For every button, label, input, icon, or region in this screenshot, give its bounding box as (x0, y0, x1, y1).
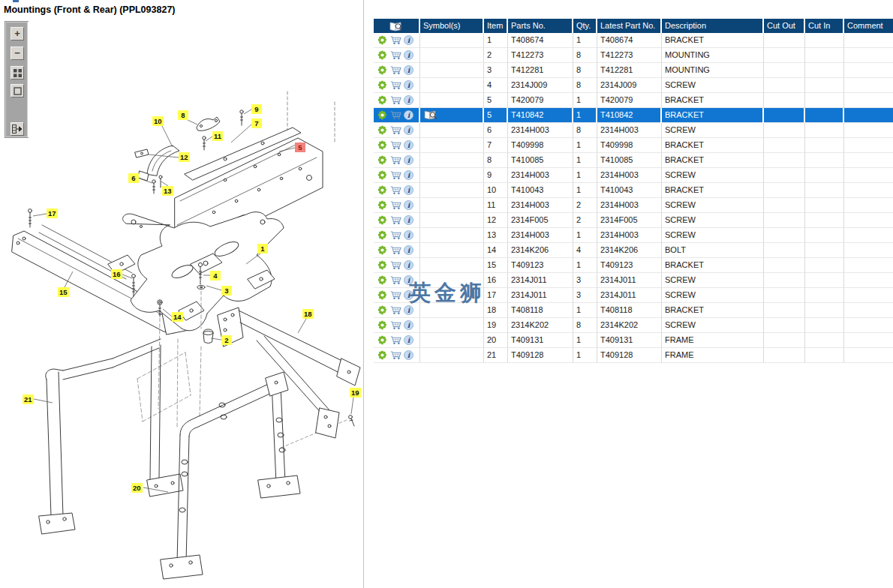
info-icon[interactable]: i (404, 215, 413, 225)
shopping-cart-icon[interactable] (390, 140, 401, 151)
info-icon[interactable]: i (404, 260, 413, 270)
add-to-list-gear-icon[interactable] (377, 110, 388, 121)
shopping-cart-icon[interactable] (390, 230, 401, 241)
add-to-list-gear-icon[interactable] (377, 35, 388, 46)
diagram-callout[interactable]: 19 (350, 388, 361, 398)
table-row[interactable]: i 16 2314J011 3 2314J011 SCREW (374, 273, 893, 288)
info-icon[interactable]: i (404, 110, 413, 120)
add-to-list-gear-icon[interactable] (377, 200, 388, 211)
diagram-callout[interactable]: 2 (221, 335, 232, 345)
diagram-callout[interactable]: 12 (179, 152, 190, 162)
shopping-cart-icon[interactable] (390, 305, 401, 316)
book-magnifier-icon[interactable] (389, 21, 404, 32)
add-to-list-gear-icon[interactable] (377, 290, 388, 301)
info-icon[interactable]: i (404, 155, 413, 165)
symbol-book-icon[interactable] (423, 110, 438, 121)
table-row[interactable]: i 12 2314F005 2 2314F005 SCREW (374, 213, 893, 228)
add-to-list-gear-icon[interactable] (377, 65, 388, 76)
add-to-list-gear-icon[interactable] (377, 260, 388, 271)
table-row[interactable]: i 17 2314J011 3 2314J011 SCREW (374, 288, 893, 303)
add-to-list-gear-icon[interactable] (377, 50, 388, 61)
diagram-callout[interactable]: 21 (23, 394, 34, 404)
add-to-list-gear-icon[interactable] (377, 350, 388, 361)
info-icon[interactable]: i (404, 95, 413, 105)
info-icon[interactable]: i (404, 35, 413, 45)
table-row[interactable]: i 6 2314H003 8 2314H003 SCREW (374, 123, 893, 138)
shopping-cart-icon[interactable] (390, 35, 401, 46)
table-row[interactable]: i 11 2314H003 2 2314H003 SCREW (374, 198, 893, 213)
shopping-cart-icon[interactable] (390, 320, 401, 331)
table-row[interactable]: i 19 2314K202 8 2314K202 SCREW (374, 318, 893, 333)
add-to-list-gear-icon[interactable] (377, 230, 388, 241)
add-to-list-gear-icon[interactable] (377, 125, 388, 136)
info-icon[interactable]: i (404, 65, 413, 75)
table-row[interactable]: i 13 2314H003 1 2314H003 SCREW (374, 228, 893, 243)
diagram-callout[interactable]: 9 (251, 104, 262, 114)
table-row[interactable]: i 15 T409123 1 T409123 BRACKET (374, 258, 893, 273)
shopping-cart-icon[interactable] (390, 65, 401, 76)
table-row[interactable]: i 1 T408674 1 T408674 BRACKET (374, 33, 893, 48)
table-row[interactable]: i 3 T412281 8 T412281 MOUNTING (374, 63, 893, 78)
shopping-cart-icon[interactable] (390, 200, 401, 211)
diagram-callout[interactable]: 7 (251, 118, 262, 128)
table-row[interactable]: i 7 T409998 1 T409998 BRACKET (374, 138, 893, 153)
add-to-list-gear-icon[interactable] (377, 95, 388, 106)
info-icon[interactable]: i (404, 245, 413, 255)
diagram-callout[interactable]: 6 (128, 173, 139, 183)
info-icon[interactable]: i (404, 320, 413, 330)
shopping-cart-icon[interactable] (390, 260, 401, 271)
shopping-cart-icon[interactable] (390, 350, 401, 361)
diagram-callout[interactable]: 15 (58, 287, 69, 297)
diagram-callout[interactable]: 10 (152, 116, 164, 126)
table-row[interactable]: i 8 T410085 1 T410085 BRACKET (374, 153, 893, 168)
shopping-cart-icon[interactable] (390, 125, 401, 136)
table-row[interactable]: i 14 2314K206 4 2314K206 BOLT (374, 243, 893, 258)
add-to-list-gear-icon[interactable] (377, 185, 388, 196)
diagram-callout[interactable]: 11 (212, 131, 223, 141)
table-row[interactable]: i 20 T409131 1 T409131 FRAME (374, 333, 893, 348)
add-to-list-gear-icon[interactable] (377, 80, 388, 91)
diagram-callout[interactable]: 8 (178, 110, 188, 120)
info-icon[interactable]: i (404, 80, 413, 90)
info-icon[interactable]: i (404, 125, 413, 135)
diagram-callout[interactable]: 14 (172, 312, 183, 322)
diagram-callout[interactable]: 17 (47, 208, 58, 218)
shopping-cart-icon[interactable] (390, 335, 401, 346)
add-to-list-gear-icon[interactable] (377, 275, 388, 286)
info-icon[interactable]: i (404, 290, 413, 300)
diagram-callout[interactable]: 18 (302, 309, 314, 319)
shopping-cart-icon[interactable] (390, 95, 401, 106)
info-icon[interactable]: i (404, 335, 413, 345)
shopping-cart-icon[interactable] (390, 245, 401, 256)
info-icon[interactable]: i (404, 50, 413, 60)
shopping-cart-icon[interactable] (390, 185, 401, 196)
diagram-callout[interactable]: 13 (162, 186, 173, 196)
shopping-cart-icon[interactable] (390, 215, 401, 226)
shopping-cart-icon[interactable] (390, 50, 401, 61)
table-row[interactable]: i 2 T412273 8 T412273 MOUNTING (374, 48, 893, 63)
table-row[interactable]: i 10 T410043 1 T410043 BRACKET (374, 183, 893, 198)
table-row[interactable]: i 18 T408118 1 T408118 BRACKET (374, 303, 893, 318)
info-icon[interactable]: i (404, 200, 413, 210)
shopping-cart-icon[interactable] (390, 290, 401, 301)
diagram-callout[interactable]: 5 (295, 142, 305, 152)
table-row[interactable]: i 9 2314H003 1 2314H003 SCREW (374, 168, 893, 183)
add-to-list-gear-icon[interactable] (377, 155, 388, 166)
shopping-cart-icon[interactable] (390, 155, 401, 166)
shopping-cart-icon[interactable] (390, 80, 401, 91)
shopping-cart-icon[interactable] (390, 170, 401, 181)
diagram-callout[interactable]: 20 (131, 483, 143, 493)
add-to-list-gear-icon[interactable] (377, 140, 388, 151)
diagram-callout[interactable]: 4 (210, 271, 221, 280)
add-to-list-gear-icon[interactable] (377, 215, 388, 226)
diagram-callout[interactable]: 3 (221, 286, 232, 296)
info-icon[interactable]: i (404, 185, 413, 195)
info-icon[interactable]: i (404, 305, 413, 315)
info-icon[interactable]: i (404, 230, 413, 240)
info-icon[interactable]: i (404, 140, 413, 150)
add-to-list-gear-icon[interactable] (377, 335, 388, 346)
table-row[interactable]: i 21 T409128 1 T409128 FRAME (374, 348, 893, 363)
table-row[interactable]: i 5 T410842 1 T410842 BRACKET (374, 108, 893, 123)
shopping-cart-icon[interactable] (390, 275, 401, 286)
shopping-cart-icon[interactable] (390, 110, 401, 121)
